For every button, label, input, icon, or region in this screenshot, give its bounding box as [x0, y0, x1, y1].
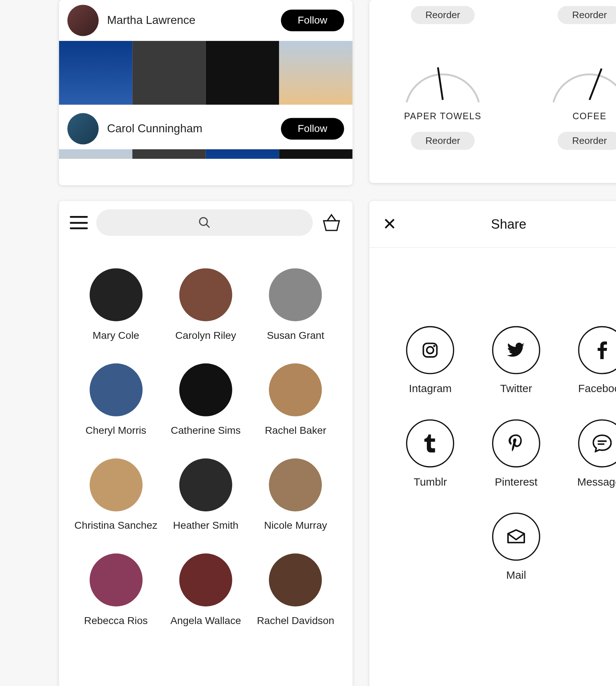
thumbnail[interactable] [59, 41, 133, 105]
user-name: Martha Lawrence [107, 14, 281, 27]
share-twitter[interactable]: Twitter [474, 326, 558, 395]
instagram-icon [421, 341, 440, 359]
thumbnail-strip [59, 41, 353, 105]
avatar[interactable] [67, 113, 99, 144]
person[interactable]: Angela Wallace [161, 553, 250, 627]
person[interactable]: Christina Sanchez [71, 458, 160, 532]
reorder-button[interactable]: Reorder [558, 132, 616, 150]
person[interactable]: Rebecca Rios [71, 553, 160, 627]
share-messages[interactable]: Messages [559, 419, 616, 488]
reorder-button[interactable]: Reorder [558, 6, 616, 24]
svg-point-10 [433, 345, 436, 347]
mail-icon [507, 529, 526, 544]
follow-row: Martha Lawrence Follow [59, 0, 353, 41]
basket-icon[interactable] [321, 213, 342, 232]
share-panel: ✕ Share Done Intagram Twitter Facebook T… [369, 201, 616, 686]
thumbnail-strip [59, 149, 353, 159]
dial-label: PAPER TOWELS [404, 111, 482, 121]
person[interactable]: Nicole Murray [251, 458, 340, 532]
thumbnail[interactable] [132, 149, 206, 159]
thumbnail[interactable] [206, 41, 279, 105]
people-grid: Mary ColeCarolyn RileySusan Grant Cheryl… [59, 244, 353, 663]
share-mail[interactable]: Mail [474, 512, 558, 582]
dial-label: COFEE [573, 111, 607, 121]
search-icon [198, 216, 211, 229]
reorder-dials: PAPER TOWELS Reorder COFEE Reorder [369, 35, 616, 161]
thumbnail[interactable] [132, 41, 206, 105]
twitter-icon [507, 342, 525, 358]
share-grid: Intagram Twitter Facebook Tumblr Pintere… [369, 248, 616, 642]
svg-line-1 [206, 224, 209, 228]
person[interactable]: Rachel Baker [251, 363, 340, 437]
dial-gauge[interactable] [401, 57, 485, 105]
svg-line-6 [438, 67, 443, 100]
menu-icon[interactable] [70, 216, 88, 229]
share-instagram[interactable]: Intagram [388, 326, 473, 395]
follow-button[interactable]: Follow [281, 10, 344, 32]
person[interactable]: Susan Grant [251, 268, 340, 342]
avatar[interactable] [67, 5, 99, 36]
thumbnail[interactable] [59, 149, 133, 159]
thumbnail[interactable] [206, 149, 279, 159]
reorder-button[interactable]: Reorder [411, 6, 475, 24]
messages-icon [592, 435, 612, 453]
person[interactable]: Mary Cole [71, 268, 160, 342]
topbar [59, 201, 353, 244]
svg-line-7 [590, 68, 602, 100]
reorder-top-buttons: Reorder Reorder [369, 0, 616, 35]
search-input[interactable] [96, 209, 313, 236]
reorder-item: PAPER TOWELS Reorder [401, 41, 485, 150]
close-icon[interactable]: ✕ [383, 214, 396, 234]
dial-gauge[interactable] [548, 57, 616, 105]
person[interactable]: Heather Smith [161, 458, 250, 532]
reorder-item: COFEE Reorder [548, 41, 616, 150]
user-name: Carol Cunningham [107, 122, 281, 136]
pinterest-icon [508, 435, 524, 453]
person[interactable]: Carolyn Riley [161, 268, 250, 342]
share-header: ✕ Share Done [369, 201, 616, 248]
follow-row: Carol Cunningham Follow [59, 108, 353, 149]
person[interactable]: Rachel Davidson [251, 553, 340, 627]
svg-point-9 [427, 347, 434, 354]
share-title: Share [491, 216, 526, 232]
tumblr-icon [424, 435, 436, 453]
thumbnail[interactable] [279, 149, 353, 159]
thumbnail[interactable] [279, 41, 353, 105]
people-grid-panel: Mary ColeCarolyn RileySusan Grant Cheryl… [59, 201, 353, 686]
share-tumblr[interactable]: Tumblr [388, 419, 473, 488]
follow-feed-panel: Martha Lawrence Follow Carol Cunningham … [59, 0, 353, 185]
person[interactable]: Cheryl Morris [71, 363, 160, 437]
reorder-button[interactable]: Reorder [411, 132, 475, 150]
facebook-icon [597, 341, 607, 359]
svg-point-0 [200, 218, 207, 225]
share-pinterest[interactable]: Pinterest [474, 419, 558, 488]
follow-button[interactable]: Follow [281, 118, 344, 140]
reorder-panel: Reorder Reorder PAPER TOWELS Reorder COF… [369, 0, 616, 183]
share-facebook[interactable]: Facebook [559, 326, 616, 395]
person[interactable]: Catherine Sims [161, 363, 250, 437]
